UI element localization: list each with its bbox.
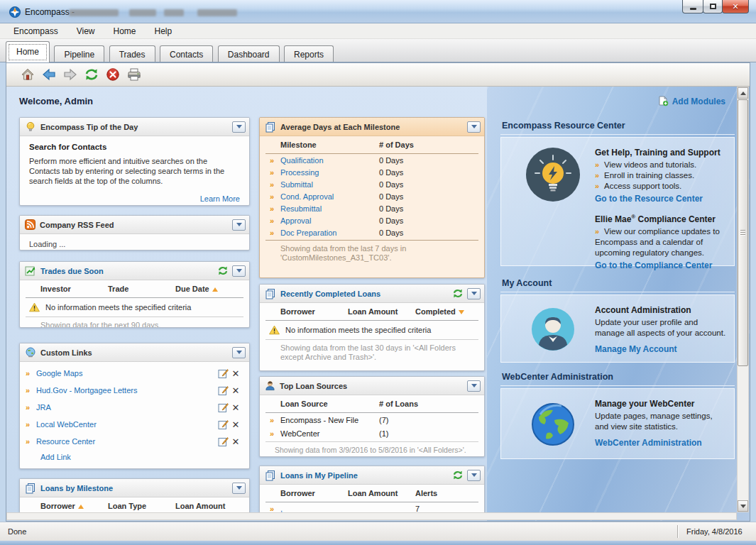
back-button[interactable]: [39, 65, 59, 84]
print-button[interactable]: [124, 65, 144, 84]
column-header-trade[interactable]: Trade: [93, 285, 160, 293]
chevron-down-icon: [471, 473, 477, 477]
add-modules-link[interactable]: Add Modules: [658, 96, 725, 106]
column-header-due-date[interactable]: Due Date: [160, 285, 243, 293]
collapse-button[interactable]: [467, 380, 481, 392]
delete-link-button[interactable]: ✕: [229, 401, 242, 414]
learn-more-link[interactable]: Learn More: [200, 194, 240, 203]
manage-account-link[interactable]: Manage My Account: [595, 344, 727, 354]
menu-help[interactable]: Help: [146, 24, 182, 38]
collapse-button[interactable]: [467, 470, 481, 481]
close-button[interactable]: ✕: [722, 0, 749, 13]
column-header-loan-amount[interactable]: Loan Amount: [333, 489, 400, 497]
menu-encompass[interactable]: Encompass: [4, 24, 67, 38]
edit-link-button[interactable]: [217, 435, 229, 448]
refresh-button[interactable]: [82, 65, 102, 84]
delete-link-button[interactable]: ✕: [229, 367, 242, 380]
edit-link-button[interactable]: [217, 367, 229, 380]
milestone-link-submittal[interactable]: Submittal: [280, 180, 313, 189]
milestone-link-doc-preparation[interactable]: Doc Preparation: [280, 229, 337, 237]
edit-link-button[interactable]: [217, 401, 229, 414]
column-header-loan-type[interactable]: Loan Type: [93, 502, 160, 510]
horizontal-scrollbar[interactable]: [6, 512, 737, 520]
column-header-alerts[interactable]: Alerts: [400, 489, 478, 497]
refresh-button[interactable]: [451, 287, 464, 299]
widget-custom-links: Custom Links Google Maps: [19, 343, 250, 469]
column-header-borrower[interactable]: Borrower: [265, 307, 333, 316]
scrollbar-thumb[interactable]: [738, 99, 748, 366]
compliance-center-link[interactable]: Go to the Compliance Center: [595, 260, 727, 270]
milestone-link-qualification[interactable]: Qualification: [280, 156, 324, 165]
column-header-num-loans[interactable]: # of Loans: [364, 400, 478, 408]
column-header-loan-amount[interactable]: Loan Amount: [333, 307, 400, 316]
column-header-loan-source[interactable]: Loan Source: [265, 400, 364, 408]
home-button[interactable]: [18, 65, 38, 84]
scroll-up-button[interactable]: [738, 87, 748, 99]
chevron-icon: [270, 216, 280, 225]
main-frame: Welcome, Admin Add Modules: [6, 62, 750, 522]
tab-dashboard[interactable]: Dashboard: [218, 45, 280, 62]
custom-link-row: Google Maps ✕: [20, 365, 249, 382]
refresh-button[interactable]: [451, 469, 464, 481]
tab-contacts[interactable]: Contacts: [160, 45, 213, 62]
collapse-button[interactable]: [232, 121, 246, 133]
milestone-link-processing[interactable]: Processing: [280, 168, 319, 177]
column-header-milestone[interactable]: Milestone: [265, 141, 364, 149]
collapse-button[interactable]: [467, 288, 481, 299]
milestone-link-cond-approval[interactable]: Cond. Approval: [280, 192, 334, 201]
stop-button[interactable]: [103, 65, 123, 84]
delete-link-button[interactable]: ✕: [229, 384, 242, 397]
column-header-investor[interactable]: Investor: [26, 285, 93, 293]
collapse-button[interactable]: [232, 347, 246, 358]
column-header-borrower[interactable]: Borrower: [265, 489, 333, 497]
refresh-button[interactable]: [217, 265, 229, 277]
collapse-button[interactable]: [232, 219, 246, 231]
tab-home[interactable]: Home: [6, 41, 50, 62]
column-header-days[interactable]: # of Days: [364, 141, 478, 149]
menu-view[interactable]: View: [67, 24, 104, 38]
pipeline-borrower-link[interactable]: ,: [280, 505, 283, 512]
add-link-button[interactable]: Add Link: [40, 453, 71, 461]
vertical-scrollbar[interactable]: [737, 87, 749, 512]
milestone-days: 0 Days: [364, 192, 478, 201]
custom-link-jra[interactable]: JRA: [36, 403, 51, 412]
custom-link-google-maps[interactable]: Google Maps: [36, 369, 82, 378]
menu-home[interactable]: Home: [104, 24, 146, 38]
refresh-icon: [217, 265, 229, 276]
column-header-completed[interactable]: Completed: [400, 307, 478, 316]
custom-link-hud-gov[interactable]: Hud.Gov - Mortgagee Letters: [36, 386, 137, 395]
tab-bar: Home Pipeline Trades Contacts Dashboard …: [0, 39, 756, 62]
forward-button[interactable]: [60, 65, 80, 84]
column-header-borrower[interactable]: Borrower: [26, 502, 93, 510]
column-header-loan-amount[interactable]: Loan Amount: [160, 502, 243, 510]
tab-trades[interactable]: Trades: [109, 45, 155, 62]
widget-footer: Showing data from the last 7 days in 'Cu…: [260, 241, 484, 267]
encompass-logo-icon: [9, 6, 21, 18]
loan-source-name: Encompass - New File: [280, 416, 358, 424]
delete-link-button[interactable]: ✕: [229, 418, 242, 431]
milestone-link-approval[interactable]: Approval: [280, 216, 311, 225]
resource-center-link[interactable]: Go to the Resource Center: [595, 194, 727, 204]
collapse-button[interactable]: [232, 265, 246, 277]
refresh-icon: [452, 288, 464, 299]
custom-link-local-webcenter[interactable]: Local WebCenter: [36, 420, 97, 429]
edit-link-button[interactable]: [217, 384, 229, 397]
webcenter-admin-link[interactable]: WebCenter Administration: [595, 438, 727, 448]
compliance-heading: Ellie Mae® Compliance Center: [595, 214, 727, 224]
custom-link-row: Hud.Gov - Mortgagee Letters ✕: [20, 382, 249, 399]
close-icon: ✕: [732, 2, 738, 11]
edit-icon: [218, 368, 229, 379]
tab-pipeline[interactable]: Pipeline: [54, 45, 104, 62]
custom-link-resource-center[interactable]: Resource Center: [36, 437, 95, 446]
redacted-title-text: [69, 9, 119, 16]
milestone-link-resubmittal[interactable]: Resubmittal: [280, 204, 322, 213]
maximize-button[interactable]: [703, 0, 723, 13]
scroll-down-button[interactable]: [738, 500, 748, 512]
edit-link-button[interactable]: [217, 418, 229, 431]
milestone-row: Doc Preparation 0 Days: [260, 227, 484, 239]
collapse-button[interactable]: [467, 121, 481, 133]
collapse-button[interactable]: [232, 483, 246, 494]
minimize-button[interactable]: [682, 0, 703, 13]
tab-reports[interactable]: Reports: [284, 45, 334, 62]
delete-link-button[interactable]: ✕: [229, 435, 242, 448]
